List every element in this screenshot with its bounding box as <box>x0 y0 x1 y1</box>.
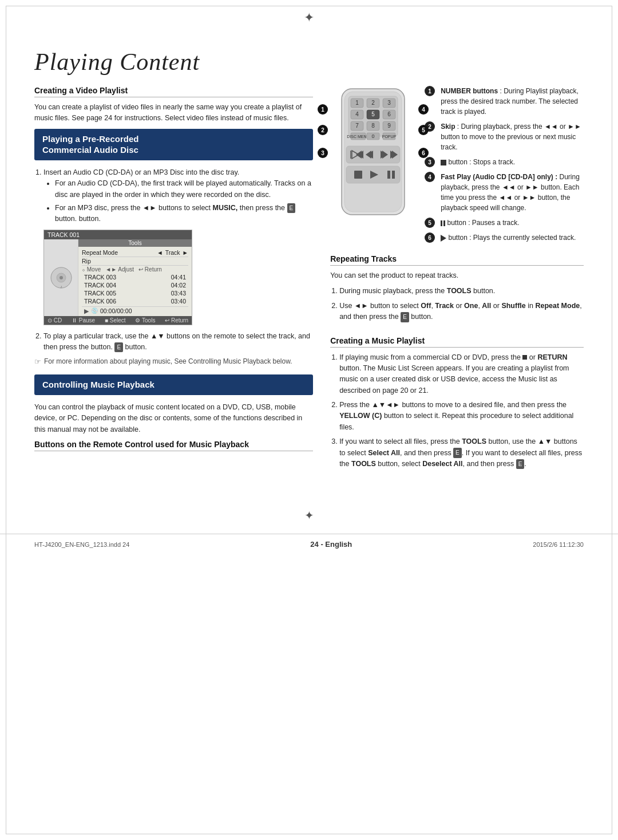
music-step-1: If playing music from a commercial CD or… <box>339 352 584 397</box>
svg-text:3: 3 <box>387 100 391 106</box>
svg-text:8: 8 <box>371 123 375 129</box>
callout-labels-left: 1 2 3 <box>318 103 328 161</box>
svg-text:1: 1 <box>355 100 359 106</box>
svg-text:0: 0 <box>372 133 375 139</box>
svg-text:4: 4 <box>355 111 359 117</box>
cd-screen-area: TRACK 001 ♪ Too <box>43 230 313 325</box>
bullet-1: For an Audio CD (CD-DA), the first track… <box>55 178 313 200</box>
table-row: TRACK 003 04:41 <box>82 273 188 281</box>
compass-bottom-icon: ✦ <box>0 508 618 522</box>
left-column: Creating a Video Playlist You can create… <box>34 86 313 456</box>
video-playlist-heading: Creating a Video Playlist <box>34 86 313 97</box>
svg-text:6: 6 <box>387 111 391 117</box>
svg-rect-43 <box>354 171 362 179</box>
remote-svg: 1 2 3 4 5 6 7 <box>330 86 416 218</box>
callout-6: 6 <box>418 148 429 158</box>
annotation-3: 3 button : Stops a track. <box>425 157 584 167</box>
callout-1: 1 <box>318 104 328 115</box>
cd-screen-header: TRACK 001 <box>44 230 192 239</box>
page-title: Playing Content <box>34 48 584 76</box>
callout-4: 4 <box>418 104 429 115</box>
pre-recorded-step-1: Insert an Audio CD (CD-DA) or an MP3 Dis… <box>43 167 313 225</box>
bullet-2: For an MP3 disc, press the ◄► buttons to… <box>55 203 313 225</box>
svg-rect-45 <box>387 171 390 179</box>
tools-bar: Tools <box>78 239 192 247</box>
svg-text:9: 9 <box>387 123 391 129</box>
page-footer: HT-J4200_EN-ENG_1213.indd 24 24 - Englis… <box>0 534 618 554</box>
right-column: 1 2 3 4 <box>330 86 584 474</box>
controlling-heading: Controlling Music Playback <box>42 379 305 391</box>
repeat-mode-row: Repeat Mode ◄ Track ► <box>82 249 188 257</box>
svg-text:7: 7 <box>355 123 359 129</box>
repeating-steps: During music playback, press the TOOLS b… <box>339 286 584 322</box>
callout-5: 5 <box>418 125 429 135</box>
table-row: TRACK 006 03:40 <box>82 297 188 305</box>
svg-rect-46 <box>392 171 395 179</box>
annotation-4: 4 Fast Play (Audio CD [CD-DA] only) : Du… <box>425 172 584 213</box>
callout-2: 2 <box>318 125 328 135</box>
annotations-list: 1 NUMBER buttons : During Playlist playb… <box>425 86 584 247</box>
music-step-2: Press the ▲▼◄► buttons to move to a desi… <box>339 400 584 433</box>
music-playlist-steps: If playing music from a commercial CD or… <box>339 352 584 470</box>
pre-recorded-step2-list: To play a particular track, use the ▲▼ b… <box>43 331 313 353</box>
hint-row: ⬦ Move ◄► Adjust ↩ Return <box>82 266 188 273</box>
pre-recorded-heading: Playing a Pre-Recorded Commercial Audio … <box>42 133 305 156</box>
music-step-3: If you want to select all files, press t… <box>339 436 584 470</box>
cd-bottom-bar: ⊙ CD ⏸ Pause ■ Select ⚙ Tools ↩ Return <box>44 316 192 325</box>
tracks-table: TRACK 003 04:41 TRACK 004 04:02 TRACK 00… <box>82 273 188 305</box>
remote-section: 1 2 3 4 <box>330 86 584 247</box>
footer-right: 2015/2/6 11:12:30 <box>533 541 584 548</box>
video-playlist-body: You can create a playlist of video files… <box>34 102 313 124</box>
svg-text:DISC MENU: DISC MENU <box>347 135 370 139</box>
callout-labels-right: 4 5 6 <box>418 103 429 161</box>
repeating-tracks-body: You can set the product to repeat tracks… <box>330 270 584 281</box>
svg-text:5: 5 <box>371 111 375 117</box>
repeating-step-2: Use ◄► button to select Off, Track or On… <box>339 301 584 323</box>
annotation-6: 6 button : Plays the currently selected … <box>425 232 584 243</box>
svg-text:2: 2 <box>371 100 375 106</box>
svg-point-2 <box>60 276 63 279</box>
buttons-heading: Buttons on the Remote Control used for M… <box>34 440 313 451</box>
footer-center: 24 - English <box>310 540 352 549</box>
cd-time-row: ▶ 💿 00:00/00:00 <box>82 306 188 315</box>
cd-thumbnail: ♪ <box>44 239 78 316</box>
pre-recorded-box: Playing a Pre-Recorded Commercial Audio … <box>34 129 313 160</box>
svg-text:♪: ♪ <box>60 285 62 289</box>
annotation-1: 1 NUMBER buttons : During Playlist playb… <box>425 86 584 117</box>
compass-top-icon: ✦ <box>0 0 618 25</box>
remote-control-image: 1 2 3 4 <box>330 86 416 247</box>
table-row: TRACK 004 04:02 <box>82 281 188 289</box>
controlling-body: You can control the playback of music co… <box>34 402 313 435</box>
repeating-step-1: During music playback, press the TOOLS b… <box>339 286 584 297</box>
table-row: TRACK 005 03:43 <box>82 289 188 297</box>
repeating-tracks-heading: Repeating Tracks <box>330 254 584 266</box>
svg-text:POPUP: POPUP <box>382 135 397 139</box>
annotation-5: 5 button : Pauses a track. <box>425 218 584 228</box>
footer-left: HT-J4200_EN-ENG_1213.indd 24 <box>34 541 129 548</box>
note-text: ☞ For more information about playing mus… <box>34 357 313 366</box>
rip-row: Rip <box>82 257 188 266</box>
pre-recorded-step-2: To play a particular track, use the ▲▼ b… <box>43 331 313 353</box>
pre-recorded-steps: Insert an Audio CD (CD-DA) or an MP3 Dis… <box>43 167 313 225</box>
controlling-box: Controlling Music Playback <box>34 374 313 395</box>
music-playlist-heading: Creating a Music Playlist <box>330 336 584 348</box>
callout-3: 3 <box>318 148 328 158</box>
annotation-2: 2 Skip : During playback, press the ◄◄ o… <box>425 121 584 152</box>
